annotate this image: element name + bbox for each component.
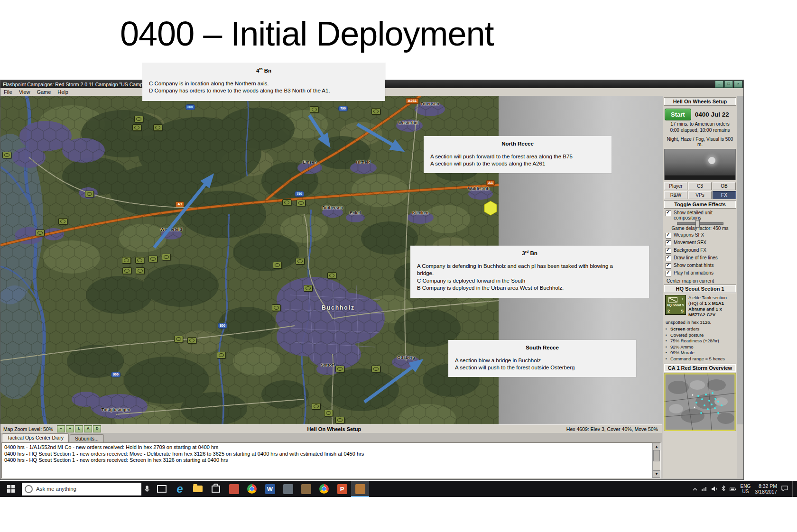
map-status-bar: Map Zoom Level: 50% − + L A D Hell On Wh… [0,424,662,433]
delay-label: Game delay factor: 450 ms [664,226,736,231]
orders-countdown: 17 mins. to American orders [664,121,736,127]
diary-log-lines: 0400 hrs - 1/A1/552nd MI Co - new orders… [2,443,652,478]
scroll-down-icon[interactable] [653,470,660,478]
background-fx-label: Background FX [674,248,706,253]
menu-game[interactable]: Game [33,89,54,95]
minimap[interactable] [664,373,736,432]
battery-icon[interactable] [730,485,736,493]
start-button[interactable]: Start [665,109,691,120]
settings-icon[interactable] [279,481,297,497]
moon-icon [708,157,715,164]
zoom-a-button[interactable]: A [84,425,92,432]
tab-c3[interactable]: C3 [688,182,712,190]
start-menu-button[interactable] [0,481,22,497]
tab-subunits[interactable]: Subunits... [70,434,104,442]
volume-icon[interactable] [712,485,717,493]
callout-title: South Recce [448,344,636,350]
counter-size: S [681,309,684,313]
game-datetime: 0400 Jul 22 [695,111,729,118]
edge-icon[interactable]: e [171,481,189,497]
menu-file[interactable]: File [0,89,16,95]
word-icon[interactable]: W [261,481,279,497]
map-app-icon[interactable] [297,481,315,497]
zoom-l-button[interactable]: L [75,425,83,432]
search-input[interactable] [35,486,139,492]
background-fx-checkbox[interactable] [666,248,671,254]
hit-animations-checkbox[interactable] [666,271,671,276]
action-center-icon[interactable] [781,485,788,493]
log-line: 0400 hrs - 1/A1/552nd MI Co - new orders… [4,444,650,451]
zoom-d-button[interactable]: D [93,425,101,432]
tab-player[interactable]: Player [664,182,687,190]
scroll-up-icon[interactable] [653,443,660,450]
slide: 0400 – Initial Deployment Flashpoint Cam… [0,0,797,532]
tab-vps[interactable]: VPs [688,191,712,199]
scroll-thumb[interactable] [653,450,660,461]
close-button[interactable] [734,81,742,88]
show-desktop-button[interactable] [792,481,795,497]
right-sidebar: Hell On Wheels Setup Start 0400 Jul 22 1… [663,96,737,478]
task-view-icon[interactable] [153,481,171,497]
language-indicator[interactable]: ENGUS [741,484,751,494]
chrome-icon-2[interactable] [315,481,333,497]
file-explorer-icon[interactable] [189,481,207,497]
callout-south-recce: South Recce A section blow a bridge in B… [448,340,636,377]
tab-rw[interactable]: R&W [664,191,687,199]
taskbar: eWP ENGUS 8:32 PM3/18/2017 [0,481,797,497]
unit-counter-icon[interactable]: + HQ Scout S 2 S [665,295,686,315]
menu-view[interactable]: View [16,89,34,95]
callout-line: C Company is in location along the North… [149,80,379,88]
game-delay-slider[interactable] [677,222,723,225]
menu-help[interactable]: Help [54,89,72,95]
callout-title: 4th Bn [142,67,385,73]
bullet-readiness: 75% Readiness (+28/hr) [670,338,736,344]
effects-header: Toggle Game Effects [664,200,736,209]
bluetooth-icon[interactable] [722,485,725,493]
weapons-sfx-label: Weapons SFX [674,232,704,238]
road-badge: 750 [295,191,304,197]
callout-3rd-bn: 3rd Bn A Company is defending in Buchhol… [410,246,649,298]
chrome-icon[interactable] [243,481,261,497]
center-map-option[interactable]: Center map on current [667,278,733,284]
lof-lines-checkbox[interactable] [666,256,671,261]
maximize-button[interactable] [724,81,733,88]
network-icon[interactable] [702,485,707,493]
weapons-sfx-checkbox[interactable] [666,233,671,238]
diary-log[interactable]: 0400 hrs - 1/A1/552nd MI Co - new orders… [1,442,661,478]
tab-fx[interactable]: FX [713,191,736,199]
combat-hints-checkbox[interactable] [666,263,671,269]
hidden-icons-caret-icon[interactable] [693,485,697,493]
callout-line: A section will push to the forest outsid… [455,364,630,372]
cortana-icon [25,485,33,493]
bullet-ammo: 92% Ammo [670,344,736,350]
zoom-in-button[interactable]: + [66,425,74,432]
taskbar-apps: eWP [153,481,369,497]
overview-header: CA 1 Red Storm Overview [664,364,736,372]
zoom-level-label: Map Zoom Level: 50% [3,426,53,432]
callout-line: B Company is deployed in the Urban area … [417,284,642,292]
detail-checkbox[interactable] [666,211,671,216]
movement-sfx-checkbox[interactable] [666,240,671,246]
diary-scrollbar[interactable] [652,443,660,478]
photos-icon[interactable] [225,481,243,497]
elapsed-time: 0:00 elapsed, 10:00 remains [664,128,736,133]
slide-title: 0400 – Initial Deployment [120,14,494,53]
taskbar-search[interactable] [22,483,141,495]
callout-line: bridge. [417,270,642,277]
tab-ob[interactable]: OB [713,182,736,190]
minimize-button[interactable] [715,81,723,88]
minimap-image [664,373,736,431]
bullet-command-range: Command range = 5 hexes [670,356,736,362]
taskbar-clock[interactable]: 8:32 PM3/18/2017 [755,483,777,495]
zoom-out-button[interactable]: − [57,425,65,432]
callout-line: A section will push forward to the fores… [430,153,605,161]
store-icon[interactable] [207,481,225,497]
tab-tactical-ops-diary[interactable]: Tactical Ops Center Diary [2,433,69,442]
combat-hints-label: Show combat hints [674,263,714,268]
callout-line: C Company is deployed forward in the Sou… [417,277,642,285]
flashpoint-game-icon[interactable] [351,481,369,497]
callout-line: D Company has orders to move to the wood… [149,87,379,95]
road-badge: 800 [218,323,227,329]
microphone-icon[interactable] [144,486,150,493]
powerpoint-icon[interactable]: P [333,481,351,497]
